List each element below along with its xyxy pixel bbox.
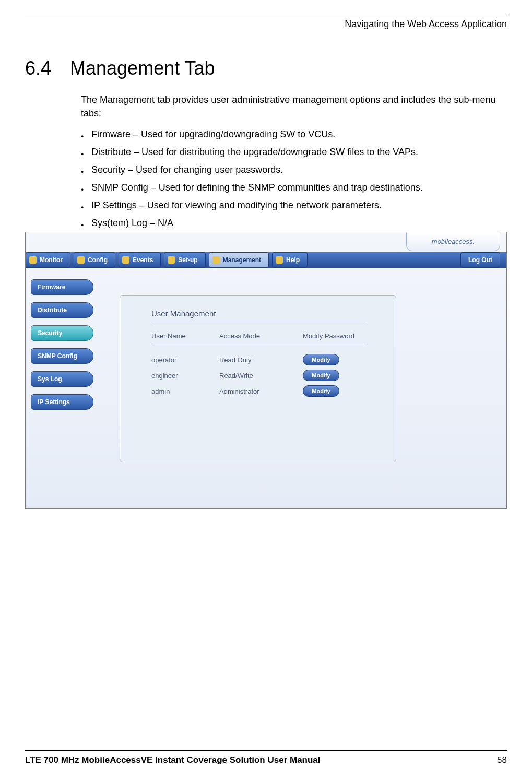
cell-user: engineer — [151, 372, 219, 380]
intro-paragraph: The Management tab provides user adminis… — [81, 93, 507, 120]
events-icon — [122, 256, 129, 264]
header-section-label: Navigating the Web Access Application — [345, 19, 507, 30]
modify-button[interactable]: Modify — [303, 354, 339, 365]
cell-user: admin — [151, 387, 219, 395]
nav-config[interactable]: Config — [74, 252, 115, 268]
side-security[interactable]: Security — [31, 325, 93, 341]
table-row: admin Administrator Modify — [151, 383, 371, 399]
nav-monitor[interactable]: Monitor — [26, 252, 70, 268]
panel-title-rule — [151, 322, 365, 322]
brand-text: mobileaccess. — [432, 238, 475, 245]
cell-mode: Read Only — [219, 356, 303, 364]
column-headers-rule — [151, 344, 365, 344]
nav-help[interactable]: Help — [272, 252, 308, 268]
nav-management-label: Management — [223, 256, 261, 264]
nav-monitor-label: Monitor — [40, 256, 63, 264]
section-title-text: Management Tab — [70, 57, 215, 79]
app-screenshot: mobileaccess. Monitor Config Events Set-… — [25, 232, 507, 509]
page-number: 58 — [497, 755, 507, 765]
nav-help-label: Help — [286, 256, 300, 264]
bullet-item: Security – Used for changing user passwo… — [81, 163, 507, 176]
monitor-icon — [29, 256, 37, 264]
modify-button[interactable]: Modify — [303, 370, 339, 381]
setup-icon — [168, 256, 175, 264]
table-row: operator Read Only Modify — [151, 352, 371, 368]
nav-events[interactable]: Events — [119, 252, 161, 268]
cell-mode: Administrator — [219, 387, 303, 395]
footer-title: LTE 700 MHz MobileAccessVE Instant Cover… — [25, 755, 321, 765]
bullet-item: Firmware – Used for upgrading/downgradin… — [81, 127, 507, 141]
help-icon — [276, 256, 283, 264]
top-rule — [25, 15, 507, 15]
bullet-item: IP Settings – Used for viewing and modif… — [81, 198, 507, 212]
side-syslog[interactable]: Sys Log — [31, 371, 93, 387]
table-row: engineer Read/Write Modify — [151, 368, 371, 383]
bullet-item: Sys(tem) Log – N/A — [81, 216, 507, 230]
panel-title: User Management — [151, 309, 216, 318]
col-modify-password: Modify Password — [303, 332, 371, 340]
nav-events-label: Events — [133, 256, 153, 264]
management-icon — [212, 256, 220, 264]
col-access-mode: Access Mode — [219, 332, 303, 340]
cell-user: operator — [151, 356, 219, 364]
user-management-panel: User Management User Name Access Mode Mo… — [120, 295, 396, 462]
side-ipsettings[interactable]: IP Settings — [31, 394, 93, 410]
modify-button[interactable]: Modify — [303, 385, 339, 397]
side-distribute[interactable]: Distribute — [31, 302, 93, 318]
col-user-name: User Name — [151, 332, 219, 340]
nav-management[interactable]: Management — [209, 252, 269, 268]
nav-config-label: Config — [88, 256, 108, 264]
cell-mode: Read/Write — [219, 372, 303, 380]
bullet-list: Firmware – Used for upgrading/downgradin… — [81, 127, 507, 230]
side-nav: Firmware Distribute Security SNMP Config… — [31, 279, 93, 417]
side-firmware[interactable]: Firmware — [31, 279, 93, 295]
logout-button[interactable]: Log Out — [460, 252, 500, 268]
section-number: 6.4 — [25, 57, 51, 79]
section-heading: 6.4Management Tab — [25, 57, 215, 79]
bullet-item: SNMP Config – Used for defining the SNMP… — [81, 181, 507, 194]
user-rows: operator Read Only Modify engineer Read/… — [151, 352, 371, 399]
nav-setup-label: Set-up — [178, 256, 197, 264]
config-icon — [77, 256, 85, 264]
side-snmp[interactable]: SNMP Config — [31, 348, 93, 364]
nav-setup[interactable]: Set-up — [164, 252, 205, 268]
bottom-rule — [25, 750, 507, 751]
column-headers: User Name Access Mode Modify Password — [151, 332, 371, 340]
top-nav: Monitor Config Events Set-up Management … — [26, 252, 506, 268]
bullet-item: Distribute – Used for distributing the u… — [81, 145, 507, 159]
brand-logo: mobileaccess. — [406, 232, 500, 251]
